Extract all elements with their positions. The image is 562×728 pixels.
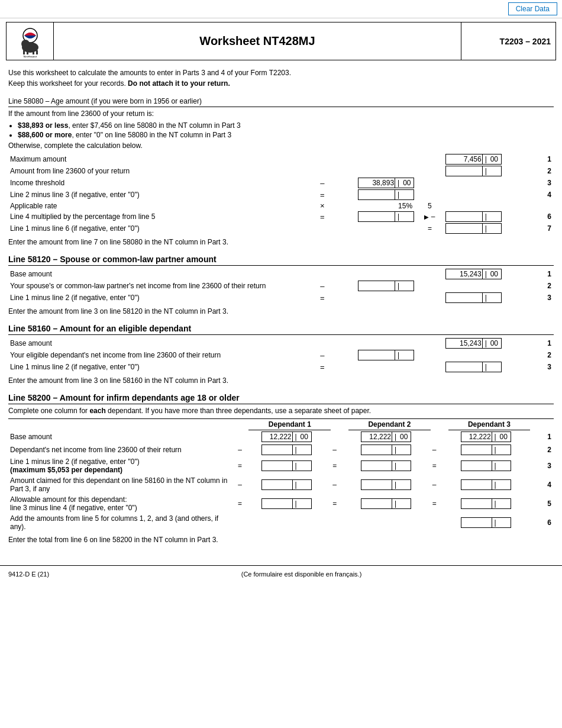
spouse-label-1: Base amount <box>8 268 311 280</box>
infirm-label-4: Amount claimed for this dependant on lin… <box>8 475 231 494</box>
dep-row-1: Base amount 15,243 | 00 1 <box>8 337 554 349</box>
infirm-col-label <box>8 419 231 430</box>
infirm-label-5: Allowable amount for this dependant:line… <box>8 494 231 513</box>
header-title-area: Worksheet NT428MJ <box>54 22 461 60</box>
spouse-row-2: Your spouse's or common-law partner's ne… <box>8 280 554 292</box>
infirm-col-dep2: Dependant 2 <box>348 419 431 430</box>
infirm-note: Enter the total from line 6 on line 5820… <box>8 536 554 544</box>
infirm-label-6: Add the amounts from line 5 for columns … <box>8 513 231 532</box>
age-label-2: Amount from line 23600 of your return <box>8 165 311 177</box>
age-otherwise: Otherwise, complete the calculation belo… <box>8 141 554 150</box>
intro-line1: Use this worksheet to calculate the amou… <box>8 69 554 77</box>
age-row-7: Line 1 minus line 6 (if negative, enter … <box>8 223 554 234</box>
worksheet-title: Worksheet NT428MJ <box>199 34 315 48</box>
age-label-5: Applicable rate <box>8 201 311 211</box>
arrow-right-icon <box>424 212 429 221</box>
age-bullets: $38,893 or less, enter $7,456 on line 58… <box>18 121 554 139</box>
dep-label-3: Line 1 minus line 2 (if negative, enter … <box>8 361 311 373</box>
infirm-label-3: Line 1 minus line 2 (if negative, enter … <box>8 456 231 475</box>
spouse-note: Enter the amount from line 3 on line 581… <box>8 307 554 315</box>
infirm-intro: Complete one column for each dependant. … <box>8 407 554 415</box>
infirm-header-row: Dependant 1 Dependant 2 Dependant 3 <box>8 419 554 430</box>
age-row-6: Line 4 multiplied by the percentage from… <box>8 211 554 223</box>
age-calc-table: Maximum amount 7,456 | 00 1 Amount from … <box>8 153 554 234</box>
dep-label-1: Base amount <box>8 337 311 349</box>
infirm-row-4: Amount claimed for this dependant on lin… <box>8 475 554 494</box>
dep-label-2: Your eligible dependant's net income fro… <box>8 349 311 361</box>
age-row-4: Line 2 minus line 3 (if negative, enter … <box>8 189 554 201</box>
logo-area: Northwest Territories <box>7 22 54 60</box>
top-bar: Clear Data <box>0 0 562 18</box>
svg-rect-5 <box>33 50 34 54</box>
age-note: Enter the amount from line 7 on line 580… <box>8 238 554 246</box>
intro-line2: Keep this worksheet for your records. Do… <box>8 79 554 88</box>
spouse-row-1: Base amount 15,243 | 00 1 <box>8 268 554 280</box>
dep-note: Enter the amount from line 3 on line 581… <box>8 376 554 385</box>
intro-bold: Do not attach it to your return. <box>128 79 230 88</box>
svg-point-2 <box>21 40 30 48</box>
infirm-col-dep1: Dependant 1 <box>248 419 331 430</box>
dep-row-2: Your eligible dependant's net income fro… <box>8 349 554 361</box>
spouse-label-3: Line 1 minus line 2 (if negative, enter … <box>8 292 311 304</box>
age-label-1: Maximum amount <box>8 153 311 165</box>
infirm-row-5: Allowable amount for this dependant:line… <box>8 494 554 513</box>
age-label-4: Line 2 minus line 3 (if negative, enter … <box>8 189 311 201</box>
infirm-col-dep3: Dependant 3 <box>448 419 531 430</box>
age-value-1: 7,456 | 00 <box>444 153 532 165</box>
dep-row-3: Line 1 minus line 2 (if negative, enter … <box>8 361 554 373</box>
age-row-1: Maximum amount 7,456 | 00 1 <box>8 153 554 165</box>
section-infirm-heading: Line 58200 – Amount for infirm dependant… <box>8 393 554 404</box>
infirm-table: Dependant 1 Dependant 2 Dependant 3 Base… <box>8 418 554 532</box>
footer-center: (Ce formulaire est disponible en françai… <box>241 571 362 578</box>
infirm-label-2: Dependant's net income from line 23600 o… <box>8 443 231 456</box>
section-age-heading: Line 58080 – Age amount (if you were bor… <box>8 96 554 107</box>
header-box: Northwest Territories Worksheet NT428MJ … <box>6 22 556 60</box>
footer-left: 9412-D E (21) <box>8 571 49 578</box>
infirm-label-1: Base amount <box>8 430 231 444</box>
section-dependant-heading: Line 58160 – Amount for an eligible depe… <box>8 324 554 335</box>
svg-rect-6 <box>36 50 38 54</box>
age-label-7: Line 1 minus line 6 (if negative, enter … <box>8 223 311 234</box>
spouse-label-2: Your spouse's or common-law partner's ne… <box>8 280 311 292</box>
age-label-6: Line 4 multiplied by the percentage from… <box>8 211 311 223</box>
age-row-5: Applicable rate × 15% 5 <box>8 201 554 211</box>
age-bullet-2: $88,600 or more, enter "0" on line 58080… <box>18 131 554 139</box>
svg-rect-4 <box>27 50 28 54</box>
page-footer: 9412-D E (21) (Ce formulaire est disponi… <box>0 565 562 582</box>
infirm-row-1: Base amount 12,222 | 00 12,222 | 00 <box>8 430 554 444</box>
age-row-3: Income threshold – 38,893 | 00 3 <box>8 177 554 189</box>
age-bullet-1: $38,893 or less, enter $7,456 on line 58… <box>18 121 554 130</box>
spouse-row-3: Line 1 minus line 2 (if negative, enter … <box>8 292 554 304</box>
infirm-row-2: Dependant's net income from line 23600 o… <box>8 443 554 456</box>
form-id: T2203 – 2021 <box>461 22 555 60</box>
infirm-row-3: Line 1 minus line 2 (if negative, enter … <box>8 456 554 475</box>
dep-calc-table: Base amount 15,243 | 00 1 Your eligible … <box>8 337 554 373</box>
age-linenum-1: 1 <box>532 153 554 165</box>
age-condition-intro: If the amount from line 23600 of your re… <box>8 109 554 118</box>
age-label-3: Income threshold <box>8 177 311 189</box>
infirm-row-6: Add the amounts from line 5 for columns … <box>8 513 554 532</box>
age-row-2: Amount from line 23600 of your return | … <box>8 165 554 177</box>
main-content: Use this worksheet to calculate the amou… <box>0 64 562 553</box>
svg-rect-3 <box>23 50 25 54</box>
spouse-calc-table: Base amount 15,243 | 00 1 Your spouse's … <box>8 268 554 304</box>
clear-data-button[interactable]: Clear Data <box>508 2 557 15</box>
section-spouse-heading: Line 58120 – Spouse or common-law partne… <box>8 255 554 266</box>
nt-logo: Northwest Territories <box>12 25 48 57</box>
